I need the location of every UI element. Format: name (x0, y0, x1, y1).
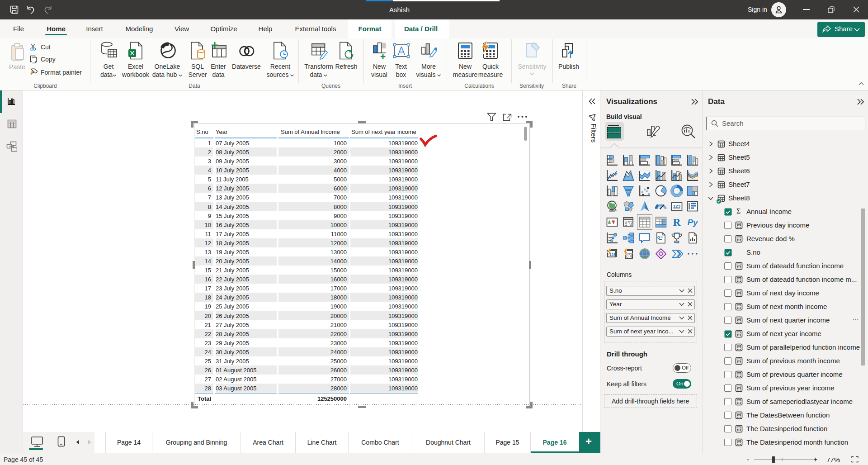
svg-text:Py: Py (687, 218, 698, 227)
svg-text:123: 123 (673, 204, 680, 209)
svg-text:R: R (673, 217, 681, 228)
